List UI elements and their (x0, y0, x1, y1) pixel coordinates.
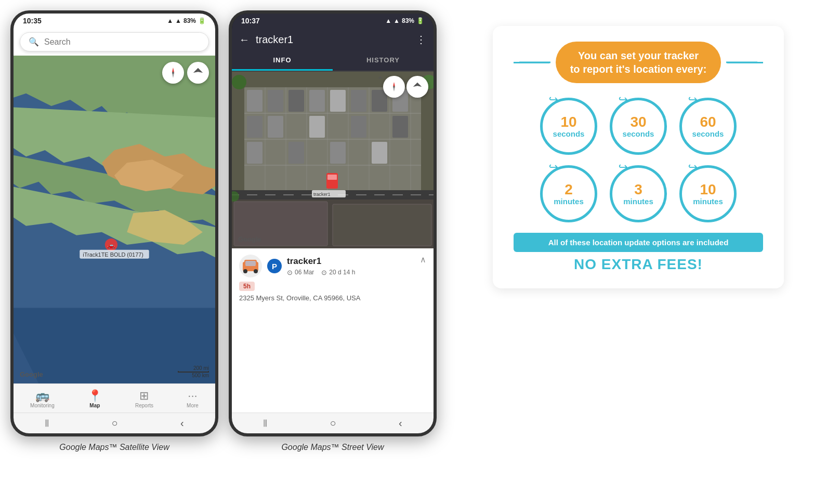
tracker-meta: ⊙ 06 Mar ⊙ 20 d 14 h (287, 269, 355, 276)
phone1-caption: Google Maps™ Satellite View (59, 443, 169, 452)
compass-button-2[interactable] (383, 76, 405, 98)
title-text-2: to report it's location every: (570, 63, 707, 75)
android-menu-btn[interactable]: ⦀ (45, 417, 49, 429)
street-map-svg: tracker1 (232, 72, 434, 248)
more-icon: ··· (188, 390, 197, 402)
signal-icon-1: ▲ (167, 17, 173, 24)
google-watermark-2: Google (238, 235, 261, 243)
tracker-date-item: ⊙ 06 Mar (287, 269, 314, 276)
monitoring-label: Monitoring (30, 403, 55, 408)
parking-badge: P (267, 259, 282, 273)
circle-10sec-number: 10 (560, 115, 576, 129)
no-extra-fees: NO EXTRA FEES! (514, 256, 763, 273)
svg-rect-41 (333, 204, 431, 246)
android-nav-2: ⦀ ○ ‹ (232, 413, 434, 433)
tab-info[interactable]: INFO (232, 51, 333, 71)
infographic-card: You can set your tracker to report it's … (493, 26, 784, 288)
back-arrow-icon[interactable]: ← (239, 34, 250, 46)
navigate-button-2[interactable] (406, 76, 428, 98)
svg-marker-54 (413, 83, 422, 87)
svg-text:iTrack1TE BOLD (0177): iTrack1TE BOLD (0177) (83, 251, 143, 258)
svg-rect-23 (268, 90, 283, 112)
title-text-1: You can set your tracker (578, 50, 699, 61)
android-back-btn[interactable]: ‹ (180, 417, 184, 429)
infographic-title-box: You can set your tracker to report it's … (556, 42, 721, 83)
navigate-icon-2 (412, 82, 423, 92)
circle-2min: 2 minutes (540, 165, 597, 222)
status-bar-1: 10:35 ▲ ▲ 83% 🔋 (14, 14, 215, 28)
svg-rect-35 (247, 142, 262, 164)
android-back-btn-2[interactable]: ‹ (399, 417, 402, 429)
tracker-duration-item: ⊙ 20 d 14 h (321, 269, 355, 276)
map-scale-1: 200 mi 500 km (178, 365, 209, 378)
circle-3min-number: 3 (634, 182, 642, 197)
search-bar[interactable]: 🔍 (20, 32, 209, 51)
street-map-container[interactable]: tracker1 Google ⌃ (232, 72, 434, 248)
header-tracker-name: tracker1 (256, 34, 410, 46)
infographic-section: You can set your tracker to report it's … (447, 10, 830, 304)
svg-rect-57 (245, 261, 256, 266)
nav-reports[interactable]: ⊞ Reports (129, 388, 160, 410)
svg-point-59 (254, 269, 258, 273)
expand-icon[interactable]: ⌃ (377, 75, 384, 85)
circle-2min-unit: minutes (554, 197, 584, 206)
infographic-title-line1: You can set your tracker to report it's … (570, 49, 707, 76)
android-menu-btn-2[interactable]: ⦀ (263, 417, 267, 429)
tracker-address: 2325 Myers St, Oroville, CA 95966, USA (239, 294, 426, 302)
title-row: You can set your tracker to report it's … (514, 42, 763, 83)
status-time-2: 10:37 (241, 17, 260, 25)
circle-10min: 10 minutes (679, 165, 737, 222)
status-bar-2: 10:37 ▲ ▲ 83% 🔋 (232, 14, 434, 28)
car-avatar-icon (240, 256, 261, 276)
svg-rect-27 (351, 90, 366, 112)
nav-monitoring[interactable]: 🚌 Monitoring (24, 388, 61, 410)
circle-30sec-unit: seconds (623, 129, 654, 138)
app-tabs: INFO HISTORY (232, 51, 434, 72)
circle-3min-unit: minutes (623, 197, 653, 206)
tracker-date: 06 Mar (295, 269, 314, 276)
satellite-map-container[interactable]: 🚗 iTrack1TE BOLD (0177) Goog (14, 56, 215, 383)
svg-marker-8 (193, 68, 203, 73)
battery-icon-1: 🔋 (198, 17, 206, 24)
svg-rect-34 (392, 116, 408, 138)
map-icon: 📍 (88, 390, 102, 402)
search-bar-container: 🔍 (14, 28, 215, 56)
android-home-btn[interactable]: ○ (112, 417, 118, 429)
google-watermark-1: Google (20, 370, 43, 378)
signal-icon-2: ▲ (385, 17, 391, 24)
search-icon: 🔍 (29, 37, 39, 47)
svg-point-44 (232, 75, 246, 89)
tracker-info-left: P tracker1 ⊙ 06 Mar ⊙ 20 d 14 h (239, 255, 355, 277)
battery-2: 83% (402, 17, 414, 24)
nav-more[interactable]: ··· More (180, 388, 205, 410)
reports-label: Reports (135, 403, 153, 408)
nav-map[interactable]: 📍 Map (82, 388, 108, 410)
svg-text:🚗: 🚗 (107, 241, 115, 249)
svg-rect-22 (247, 90, 262, 112)
svg-rect-48 (327, 175, 337, 180)
battery-icon-2: 🔋 (416, 17, 424, 24)
navigate-button[interactable] (187, 62, 209, 84)
status-time-1: 10:35 (23, 17, 42, 25)
compass-button[interactable] (162, 62, 184, 84)
satellite-map-svg: 🚗 iTrack1TE BOLD (0177) (14, 56, 215, 383)
svg-rect-37 (330, 142, 346, 164)
phone-satellite: 10:35 ▲ ▲ 83% 🔋 🔍 (10, 10, 218, 436)
android-home-btn-2[interactable]: ○ (330, 417, 336, 429)
search-input[interactable] (44, 37, 200, 47)
svg-rect-32 (309, 116, 325, 138)
svg-rect-38 (372, 142, 387, 164)
header-more-icon[interactable]: ⋮ (416, 33, 426, 46)
circle-3min: 3 minutes (610, 165, 667, 222)
scale-200mi: 200 mi (193, 365, 209, 371)
chevron-up-icon[interactable]: ∧ (420, 255, 426, 264)
circle-30sec-number: 30 (630, 115, 646, 129)
tracker-details: tracker1 ⊙ 06 Mar ⊙ 20 d 14 h (287, 256, 355, 276)
reports-icon: ⊞ (139, 390, 149, 402)
tab-history[interactable]: HISTORY (333, 51, 434, 71)
clock-icon: ⊙ (321, 269, 327, 276)
monitoring-icon: 🚌 (35, 390, 49, 402)
tracker-name-text: tracker1 (287, 256, 355, 267)
compass-icon (167, 67, 179, 79)
more-label: More (187, 403, 199, 408)
